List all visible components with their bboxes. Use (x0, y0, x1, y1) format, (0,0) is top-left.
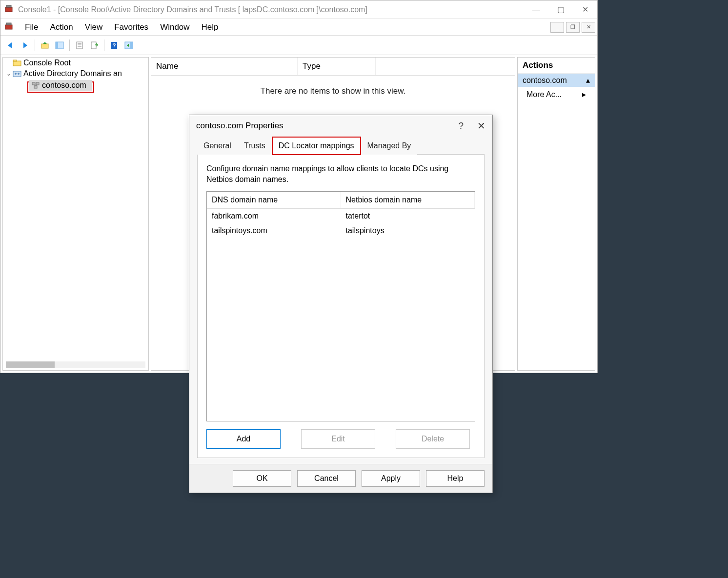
actions-title: Actions (518, 58, 595, 74)
tree-pane: Console Root ⌄ Active Directory Domains … (2, 57, 149, 371)
svg-rect-23 (34, 86, 37, 88)
twisty-expanded-icon[interactable]: ⌄ (5, 70, 13, 77)
svg-rect-21 (32, 82, 35, 85)
dialog-footer: OK Cancel Apply Help (189, 464, 492, 493)
actions-more[interactable]: More Ac... ▸ (518, 87, 595, 102)
tree-root[interactable]: Console Root (3, 58, 148, 68)
edit-button[interactable]: Edit (301, 429, 375, 449)
show-hide-tree-button[interactable] (53, 39, 66, 52)
dialog-close-button[interactable]: ✕ (477, 120, 485, 132)
ad-snapin-icon (13, 69, 21, 78)
scrollbar-thumb[interactable] (6, 361, 55, 368)
tree-domain-label: contoso.com (42, 81, 86, 90)
tab-body: Configure domain name mappings to allow … (197, 154, 485, 458)
maximize-button[interactable]: ▢ (548, 2, 573, 18)
forward-button[interactable] (18, 39, 32, 52)
mdi-close-button[interactable]: ✕ (582, 22, 595, 33)
svg-rect-3 (6, 23, 11, 25)
svg-rect-11 (91, 42, 96, 49)
svg-rect-18 (13, 71, 21, 77)
chevron-right-icon: ▸ (582, 90, 586, 99)
svg-rect-0 (5, 7, 12, 12)
collapse-icon: ▴ (586, 76, 590, 85)
add-button[interactable]: Add (206, 429, 281, 449)
export-button[interactable] (87, 39, 101, 52)
titlebar: Console1 - [Console Root\Active Director… (0, 0, 597, 19)
folder-icon (13, 59, 21, 67)
mapping-listview[interactable]: DNS domain name Netbios domain name fabr… (206, 191, 475, 421)
properties-dialog: contoso.com Properties ? ✕ General Trust… (189, 115, 493, 493)
tab-general[interactable]: General (197, 137, 238, 155)
svg-point-19 (15, 73, 17, 75)
ok-button[interactable]: OK (233, 470, 291, 487)
menubar: File Action View Favorites Window Help _… (0, 19, 597, 36)
col-netbios-name[interactable]: Netbios domain name (341, 192, 475, 208)
tab-managed-by[interactable]: Managed By (361, 137, 418, 155)
mdi-restore-button[interactable]: ❐ (566, 22, 580, 33)
help-button[interactable]: Help (426, 470, 485, 487)
tab-dc-locator-mappings[interactable]: DC Locator mappings (272, 137, 361, 155)
mdi-minimize-button[interactable]: _ (550, 22, 564, 33)
menu-help[interactable]: Help (196, 20, 224, 34)
actions-more-label: More Ac... (526, 90, 562, 99)
tree-domain[interactable]: contoso.com (29, 80, 92, 91)
svg-rect-1 (6, 5, 11, 7)
back-button[interactable] (3, 39, 17, 52)
actions-pane: Actions contoso.com ▴ More Ac... ▸ (517, 57, 595, 371)
tree-snapin[interactable]: ⌄ Active Directory Domains an (3, 68, 148, 79)
tree-horizontal-scrollbar[interactable] (6, 361, 145, 368)
menu-favorites[interactable]: Favorites (108, 20, 154, 34)
cell-nb: tatertot (341, 209, 475, 223)
tree-domain-highlight: contoso.com (27, 81, 94, 93)
svg-rect-17 (13, 60, 17, 61)
window-title: Console1 - [Console Root\Active Director… (18, 5, 524, 14)
tab-trusts[interactable]: Trusts (238, 137, 272, 155)
actions-group-label: contoso.com (523, 76, 567, 85)
svg-text:?: ? (113, 42, 116, 48)
svg-rect-22 (36, 82, 39, 85)
svg-point-20 (18, 73, 20, 75)
list-col-name[interactable]: Name (151, 58, 298, 75)
tree-root-label: Console Root (23, 59, 71, 67)
app-icon (4, 5, 14, 15)
dialog-titlebar: contoso.com Properties ? ✕ (189, 115, 492, 137)
list-empty-text: There are no items to show in this view. (151, 76, 515, 107)
dialog-help-button[interactable]: ? (458, 120, 464, 131)
mdi-app-icon (4, 22, 14, 32)
up-button[interactable] (38, 39, 52, 52)
svg-rect-4 (41, 44, 48, 48)
domain-icon (31, 81, 40, 90)
list-header: Name Type (151, 58, 515, 76)
menu-window[interactable]: Window (154, 20, 195, 34)
tab-strip: General Trusts DC Locator mappings Manag… (189, 137, 492, 154)
tab-description: Configure domain name mappings to allow … (206, 163, 475, 184)
svg-rect-15 (130, 42, 133, 49)
mapping-buttons: Add Edit Delete (206, 429, 475, 449)
list-col-type[interactable]: Type (298, 58, 376, 75)
toolbar: ? (0, 36, 597, 55)
menu-action[interactable]: Action (44, 20, 79, 34)
mapping-header: DNS domain name Netbios domain name (207, 192, 475, 209)
dialog-title: contoso.com Properties (196, 121, 283, 131)
cell-dns: tailspintoys.com (207, 223, 341, 238)
col-dns-name[interactable]: DNS domain name (207, 192, 341, 208)
mapping-row[interactable]: fabrikam.com tatertot (207, 209, 475, 223)
tree-snapin-label: Active Directory Domains an (23, 69, 122, 78)
menu-file[interactable]: File (19, 20, 44, 34)
cancel-button[interactable]: Cancel (297, 470, 356, 487)
minimize-button[interactable]: — (524, 2, 548, 18)
help-button[interactable]: ? (107, 39, 121, 52)
close-button[interactable]: ✕ (573, 2, 597, 18)
delete-button[interactable]: Delete (396, 429, 470, 449)
actions-group-domain[interactable]: contoso.com ▴ (518, 74, 595, 87)
svg-rect-6 (56, 42, 58, 49)
menu-view[interactable]: View (79, 20, 109, 34)
properties-button[interactable] (73, 39, 86, 52)
mapping-row[interactable]: tailspintoys.com tailspintoys (207, 223, 475, 238)
apply-button[interactable]: Apply (362, 470, 420, 487)
cell-nb: tailspintoys (341, 223, 475, 238)
svg-rect-2 (5, 25, 12, 29)
cell-dns: fabrikam.com (207, 209, 341, 223)
svg-rect-7 (77, 42, 82, 49)
show-hide-action-pane-button[interactable] (122, 39, 136, 52)
